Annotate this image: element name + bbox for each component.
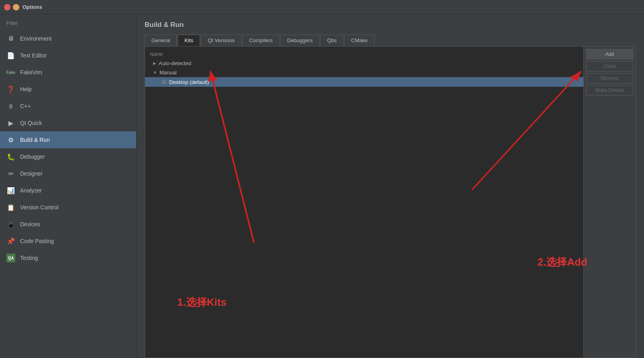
debugger-icon: 🐛 <box>6 152 15 161</box>
fakevim-icon: Fake <box>6 68 15 77</box>
sidebar-item-label: Analyzer <box>20 187 42 194</box>
name-column-header: Name <box>145 50 583 59</box>
sidebar-item-label: Version Control <box>20 204 59 211</box>
monitor-icon: 🖥 <box>161 79 167 85</box>
clone-kit-button[interactable]: Clone <box>586 61 633 72</box>
sidebar-item-version-control[interactable]: 📋 Version Control <box>0 199 136 216</box>
kits-panel: Name ▶ Auto-detected ▼ Manual 🖥 Desktop … <box>145 46 636 358</box>
build-run-icon: ⚙ <box>6 135 15 144</box>
make-default-kit-button[interactable]: Make Default <box>586 85 633 96</box>
sidebar-item-label: Qt Quick <box>20 120 42 126</box>
titlebar: Options <box>0 0 644 14</box>
kit-action-buttons: Add Clone Remove Make Default <box>583 47 636 358</box>
sidebar-item-label: Environment <box>20 35 52 42</box>
cpp-icon: {} <box>6 102 15 110</box>
sidebar-item-designer[interactable]: ✏ Designer <box>0 165 136 182</box>
sidebar-item-fakevim[interactable]: Fake FakeVim <box>0 64 136 81</box>
tab-cmake[interactable]: CMake <box>344 35 374 46</box>
devices-icon: 📱 <box>6 220 15 229</box>
sidebar-item-label: C++ <box>20 103 31 109</box>
kit-list: Name ▶ Auto-detected ▼ Manual 🖥 Desktop … <box>145 47 583 358</box>
tabs-bar: General Kits Qt Versions Compilers Debug… <box>145 35 636 46</box>
sidebar-item-label: Help <box>20 86 32 92</box>
sidebar-item-analyzer[interactable]: 📊 Analyzer <box>0 182 136 199</box>
sidebar-item-environment[interactable]: 🖥 Environment <box>0 30 136 47</box>
expand-arrow-icon: ▼ <box>153 70 157 75</box>
sidebar-item-label: Text Editor <box>20 52 47 59</box>
sidebar-item-label: Designer <box>20 170 43 177</box>
help-icon: ❓ <box>6 85 15 94</box>
sidebar-item-code-pasting[interactable]: 📌 Code Pasting <box>0 233 136 250</box>
close-button[interactable] <box>4 4 10 10</box>
version-control-icon: 📋 <box>6 203 15 212</box>
sidebar-item-debugger[interactable]: 🐛 Debugger <box>0 148 136 165</box>
tab-general[interactable]: General <box>145 35 177 46</box>
remove-kit-button[interactable]: Remove <box>586 73 633 84</box>
sidebar-item-build-run[interactable]: ⚙ Build & Run <box>0 131 136 148</box>
kit-item-label: Desktop (default) <box>169 79 209 85</box>
qt-quick-icon: ▶ <box>6 119 15 127</box>
section-title: Build & Run <box>145 21 636 29</box>
sidebar-item-label: Build & Run <box>20 137 50 143</box>
sidebar-item-label: FakeVim <box>20 69 42 76</box>
content-area: Build & Run General Kits Qt Versions Com… <box>137 14 644 358</box>
filter-label: Filter <box>0 18 136 30</box>
minimize-button[interactable] <box>13 4 19 10</box>
text-editor-icon: 📄 <box>6 51 15 60</box>
kit-group-auto-detected[interactable]: ▶ Auto-detected <box>145 59 583 68</box>
environment-icon: 🖥 <box>6 34 15 43</box>
tab-kits[interactable]: Kits <box>178 35 200 46</box>
main-container: Filter 🖥 Environment 📄 Text Editor Fake … <box>0 14 644 358</box>
sidebar: Filter 🖥 Environment 📄 Text Editor Fake … <box>0 14 137 358</box>
tab-compilers[interactable]: Compilers <box>242 35 280 46</box>
sidebar-item-label: Testing <box>20 255 38 261</box>
sidebar-item-cpp[interactable]: {} C++ <box>0 98 136 115</box>
kit-group-manual[interactable]: ▼ Manual <box>145 68 583 77</box>
sidebar-item-label: Debugger <box>20 153 45 160</box>
add-kit-button[interactable]: Add <box>586 49 633 59</box>
kit-item-desktop-default[interactable]: 🖥 Desktop (default) <box>145 77 583 87</box>
window-title: Options <box>22 4 42 10</box>
sidebar-item-testing[interactable]: QA Testing <box>0 250 136 266</box>
tab-qt-versions[interactable]: Qt Versions <box>201 35 241 46</box>
window-controls <box>4 4 19 10</box>
tab-qbs[interactable]: Qbs <box>320 35 343 46</box>
sidebar-item-label: Devices <box>20 221 40 227</box>
sidebar-item-qt-quick[interactable]: ▶ Qt Quick <box>0 115 136 131</box>
sidebar-item-text-editor[interactable]: 📄 Text Editor <box>0 47 136 64</box>
testing-icon: QA <box>6 254 15 262</box>
designer-icon: ✏ <box>6 169 15 178</box>
kit-group-label: Auto-detected <box>159 60 191 66</box>
sidebar-item-devices[interactable]: 📱 Devices <box>0 216 136 233</box>
expand-arrow-icon: ▶ <box>153 61 156 65</box>
analyzer-icon: 📊 <box>6 186 15 195</box>
sidebar-item-help[interactable]: ❓ Help <box>0 81 136 98</box>
tab-debuggers[interactable]: Debuggers <box>280 35 320 46</box>
sidebar-item-label: Code Pasting <box>20 238 54 244</box>
code-pasting-icon: 📌 <box>6 237 15 245</box>
kit-group-label: Manual <box>159 70 177 76</box>
